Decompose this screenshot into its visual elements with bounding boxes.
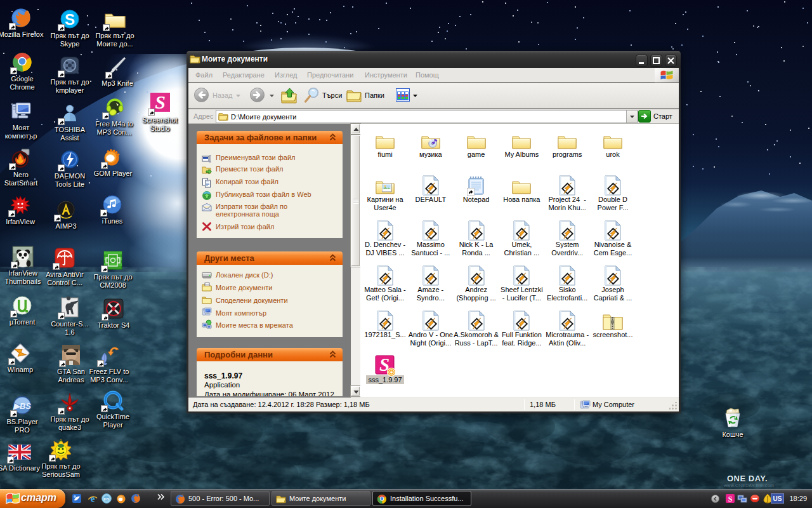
svg-text:▶BS: ▶BS xyxy=(13,401,31,411)
svg-text:KIS: KIS xyxy=(104,497,110,501)
svg-text:e: e xyxy=(91,493,95,504)
svg-text:S: S xyxy=(728,495,733,504)
svg-text:S: S xyxy=(65,11,75,28)
svg-text:S: S xyxy=(155,93,166,112)
